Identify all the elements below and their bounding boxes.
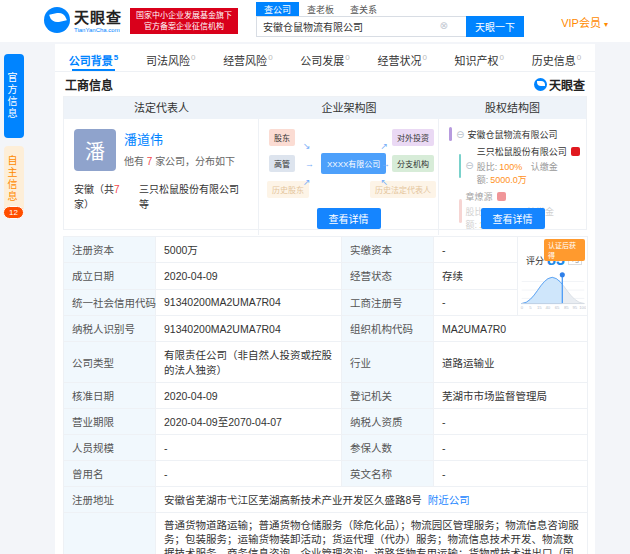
- org-chart-diagram: 股东 高管 历史股东 XXXX有限公司 对外投资 分支机构 历史法定代表人 ↘ …: [259, 127, 438, 207]
- equity-shareholder-detail: 股比:100% 认缴金额:5000.0万: [477, 160, 580, 186]
- equity-root-company[interactable]: 安徽仓鼠物流有限公司: [467, 128, 557, 141]
- table-row: 核准日期 2020-04-09 登记机关 芜湖市市场监督管理局: [64, 383, 588, 409]
- tianyancha-logo[interactable]: 天眼查 TianYanCha.com: [44, 6, 122, 33]
- tab-operating-status[interactable]: 经营状况0: [364, 44, 441, 71]
- score-label: 评分: [526, 254, 544, 267]
- row-label: 经营状态: [342, 263, 434, 289]
- search-tab-relation[interactable]: 查关系: [342, 2, 385, 16]
- logo-title: 天眼查: [74, 6, 122, 27]
- svg-text:15: 15: [537, 305, 542, 310]
- row-label: 人员规模: [64, 435, 156, 461]
- org-node-executive: 高管: [269, 155, 295, 172]
- row-label: 实缴资本: [342, 237, 434, 263]
- company-logo-icon: [497, 192, 506, 201]
- logo-subtitle: TianYanCha.com: [74, 27, 122, 33]
- row-value: 2020-04-09至2070-04-07: [156, 409, 342, 435]
- org-chart-detail-button[interactable]: 查看详情: [317, 208, 381, 229]
- main-panel: 公司背景5 司法风险0 经营风险0 公司发展0 经营状况0 知识产权0 历史信息…: [55, 44, 595, 554]
- row-value: 芜湖市市场监督管理局: [434, 383, 588, 409]
- svg-text:95: 95: [572, 305, 577, 310]
- vip-member-menu[interactable]: VIP会员 ▾: [561, 14, 608, 30]
- row-value: -: [434, 289, 518, 315]
- score-cell: 认证后获得 评分 83 +3: [518, 237, 588, 316]
- sidebar-tab-self-info[interactable]: 自主信息: [4, 146, 24, 212]
- row-value: 5000万: [156, 237, 342, 263]
- row-value: 91340200MA2UMA7R04: [156, 289, 342, 315]
- row-label: 营业期限: [64, 409, 156, 435]
- org-chart-card: 股东 高管 历史股东 XXXX有限公司 对外投资 分支机构 历史法定代表人 ↘ …: [259, 119, 439, 235]
- row-label: 注册地址: [64, 487, 156, 513]
- table-row: 注册地址 安徽省芜湖市弋江区芜湖高新技术产业开发区久盛路8号附近公司: [64, 487, 588, 513]
- arrow-icon: ↘: [303, 141, 311, 151]
- tianyancha-logo-icon: [44, 7, 70, 33]
- arrow-icon: ↖: [380, 177, 388, 187]
- tab-company-development[interactable]: 公司发展0: [286, 44, 363, 71]
- row-value: MA2UMA7R0: [434, 316, 588, 342]
- org-node-company-center: XXXX有限公司: [321, 153, 386, 174]
- top-header: 天眼查 TianYanCha.com 国家中小企业发展基金旗下 官方备案企业征信…: [0, 0, 630, 42]
- svg-text:65: 65: [555, 305, 560, 310]
- legal-rep-firm[interactable]: 三只松鼠股份有限公司等: [139, 181, 248, 211]
- row-label: 英文名称: [342, 461, 434, 487]
- table-row: 公司类型 有限责任公司（非自然人投资或控股的法人独资） 行业 道路运输业: [64, 342, 588, 383]
- nearby-companies-link[interactable]: 附近公司: [428, 494, 470, 506]
- org-node-branch: 分支机构: [392, 155, 434, 172]
- svg-text:100: 100: [579, 305, 586, 310]
- search-tab-company[interactable]: 查公司: [256, 2, 299, 16]
- equity-chart-detail-button[interactable]: 查看详情: [481, 208, 545, 229]
- score-cert-badge: 认证后获得: [544, 239, 585, 261]
- legal-rep-region: 安徽（共7家）: [74, 181, 139, 211]
- equity-shareholder-name[interactable]: 三只松鼠股份有限公司: [477, 147, 567, 157]
- table-row: 营业期限 2020-04-09至2070-04-07 纳税人资质 -: [64, 409, 588, 435]
- row-label: 行业: [342, 342, 434, 383]
- legal-rep-name-link[interactable]: 潘道伟: [124, 129, 235, 148]
- collapse-icon[interactable]: ⊖: [465, 160, 473, 171]
- collapse-icon[interactable]: ⊖: [456, 129, 464, 140]
- row-value: -: [434, 409, 588, 435]
- tab-judicial-risk[interactable]: 司法风险0: [132, 44, 209, 71]
- row-label: 工商注册号: [342, 289, 434, 315]
- table-row: 人员规模 - 参保人数 -: [64, 435, 588, 461]
- table-row: 曾用名 - 英文名称 -: [64, 461, 588, 487]
- row-label: 公司类型: [64, 342, 156, 383]
- legal-rep-header: 法定代表人: [64, 97, 259, 119]
- row-label: 曾用名: [64, 461, 156, 487]
- tab-company-background[interactable]: 公司背景5: [55, 44, 132, 71]
- row-value: 2020-04-09: [156, 263, 342, 289]
- row-value: 2020-04-09: [156, 383, 342, 409]
- sidebar-tab-official-info[interactable]: 官方信息: [4, 54, 24, 138]
- self-info-count-badge: 12: [3, 206, 24, 219]
- row-label: 核准日期: [64, 383, 156, 409]
- company-logo-icon: [571, 147, 580, 156]
- equity-shareholder2-name[interactable]: 章燎源: [466, 192, 493, 202]
- tianyancha-watermark-icon: [534, 78, 547, 91]
- score-widget: 认证后获得 评分 83 +3: [520, 239, 585, 313]
- table-row: 注册资本 5000万 实缴资本 - 认证后获得 评分 83 +3: [64, 237, 588, 263]
- arrow-icon: →: [305, 159, 314, 169]
- arrow-icon: ↗: [380, 141, 388, 151]
- row-label: 纳税人识别号: [64, 316, 156, 342]
- row-value: -: [156, 461, 342, 487]
- tab-history-info[interactable]: 历史信息0: [518, 44, 595, 71]
- search-button[interactable]: 天眼一下: [466, 16, 524, 37]
- search-tab-boss[interactable]: 查老板: [299, 2, 342, 16]
- search-input[interactable]: [256, 16, 466, 37]
- table-row: 统一社会信用代码 91340200MA2UMA7R04 工商注册号 -: [64, 289, 588, 315]
- watermark-logo: 天眼查: [534, 76, 585, 93]
- tab-intellectual-property[interactable]: 知识产权0: [441, 44, 518, 71]
- chevron-down-icon: ▾: [604, 20, 608, 29]
- org-node-shareholder: 股东: [269, 129, 295, 146]
- org-node-investment: 对外投资: [392, 129, 434, 146]
- equity-chart-header: 股权结构图: [439, 97, 586, 119]
- row-label: 统一社会信用代码: [64, 289, 156, 315]
- tab-operating-risk[interactable]: 经营风险0: [209, 44, 286, 71]
- section-title: 工商信息: [65, 76, 113, 93]
- row-label: 参保人数: [342, 435, 434, 461]
- clear-search-icon[interactable]: ⊗: [440, 20, 448, 31]
- svg-text:85: 85: [564, 305, 569, 310]
- business-info-table: 注册资本 5000万 实缴资本 - 认证后获得 评分 83 +3: [63, 236, 588, 554]
- section-nav: 公司背景5 司法风险0 经营风险0 公司发展0 经营状况0 知识产权0 历史信息…: [55, 44, 595, 72]
- row-label: 成立日期: [64, 263, 156, 289]
- row-value: 91340200MA2UMA7R04: [156, 316, 342, 342]
- row-value: -: [434, 237, 518, 263]
